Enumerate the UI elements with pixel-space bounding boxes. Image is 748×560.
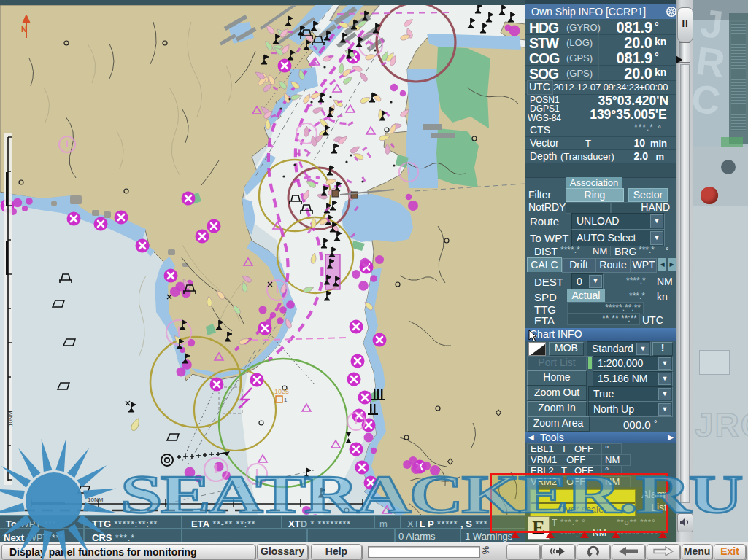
- svg-text:10NM: 10NM: [88, 497, 104, 503]
- svg-text:10NM: 10NM: [7, 411, 14, 427]
- svg-text:1025: 1025: [274, 388, 289, 395]
- svg-text:N: N: [21, 25, 27, 34]
- svg-text:1: 1: [284, 397, 288, 403]
